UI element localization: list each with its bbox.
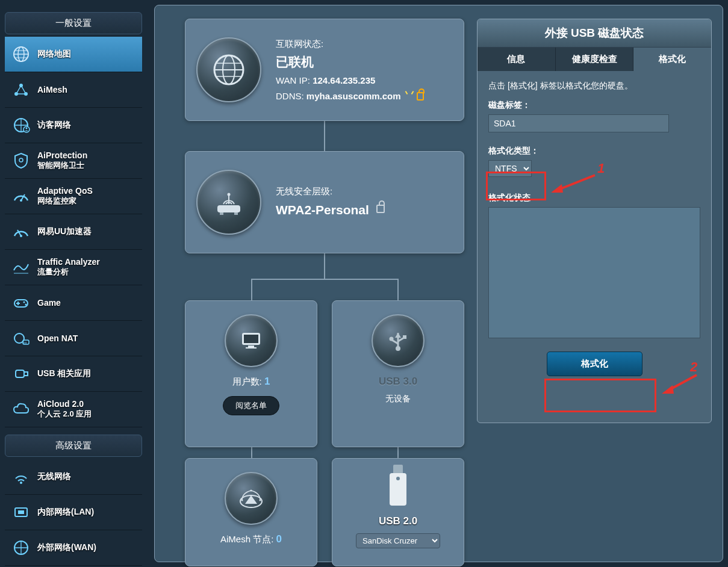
disk-label-input[interactable] xyxy=(488,114,669,132)
lock-icon xyxy=(376,205,385,213)
tab-format[interactable]: 格式化 xyxy=(633,48,711,71)
connector xyxy=(251,279,398,280)
svg-point-49 xyxy=(390,337,394,341)
aimesh-node-count: AiMesh 节点: 0 xyxy=(185,533,317,545)
sidebar-item-label: 内部网络(LAN) xyxy=(37,507,94,518)
usb2-title: USB 2.0 xyxy=(332,515,464,527)
usb-disk-panel: 外接 USB 磁盘状态 信息 健康度检查 格式化 点击 [格式化] 标签以格式化… xyxy=(477,19,712,423)
svg-rect-40 xyxy=(220,212,223,215)
sidebar-item-traffic-analyzer[interactable]: Traffic Analyzer 流量分析 xyxy=(5,250,142,285)
sidebar-item-aicloud[interactable]: AiCloud 2.0 个人云 2.0 应用 xyxy=(5,392,142,427)
connector xyxy=(397,279,399,300)
card-usb3[interactable]: USB 3.0 无设备 xyxy=(332,300,464,447)
sidebar-item-uu-accelerator[interactable]: 网易UU加速器 xyxy=(5,214,142,250)
svg-rect-43 xyxy=(244,335,258,343)
sidebar-item-guest-network[interactable]: 访客网络 xyxy=(5,108,142,143)
sidebar-item-label: Game xyxy=(37,298,61,308)
card-clients[interactable]: 用户数: 1 阅览名单 xyxy=(185,300,317,447)
sidebar-item-label: 网络地图 xyxy=(37,49,71,60)
card-wifi-security[interactable]: 无线安全层级: WPA2-Personal xyxy=(185,151,464,253)
wifi-icon xyxy=(11,466,31,487)
sidebar-item-adaptive-qos[interactable]: Adaptive QoS 网络监控家 xyxy=(5,179,142,214)
format-status-area xyxy=(488,207,700,338)
format-type-label: 格式化类型： xyxy=(488,146,700,156)
card-aimesh-node[interactable]: AiMesh 节点: 0 xyxy=(185,458,317,566)
sidebar-item-label: AiMesh xyxy=(37,85,67,94)
sidebar-item-usb-app[interactable]: USB 相关应用 xyxy=(5,356,142,392)
gauge-icon xyxy=(11,222,31,242)
sidebar-item-label: Adaptive QoS 网络监控家 xyxy=(37,186,93,206)
format-type-select[interactable]: NTFS xyxy=(488,160,532,177)
internet-status-text: 互联网状态: 已联机 WAN IP: 124.64.235.235 DDNS: … xyxy=(276,36,424,104)
usb-icon xyxy=(11,364,31,384)
sidebar: 一般设置 网络地图 AiMesh 访客网络 AiProtection 智能网络卫… xyxy=(5,0,142,566)
svg-rect-37 xyxy=(217,205,240,212)
view-client-list-button[interactable]: 阅览名单 xyxy=(223,396,279,415)
svg-point-5 xyxy=(19,84,23,87)
sidebar-item-label: 无线网络 xyxy=(37,471,71,482)
sidebar-item-aimesh[interactable]: AiMesh xyxy=(5,72,142,108)
sidebar-item-label: Traffic Analyzer 流量分析 xyxy=(37,257,100,277)
mesh-icon xyxy=(11,79,31,100)
aimesh-house-icon xyxy=(225,472,278,525)
usb3-title: USB 3.0 xyxy=(332,376,464,388)
svg-rect-26 xyxy=(16,370,24,377)
cloud-icon xyxy=(11,399,31,420)
nat-icon xyxy=(11,328,31,349)
format-hint: 点击 [格式化] 标签以格式化您的硬盘。 xyxy=(488,81,700,91)
svg-rect-45 xyxy=(246,347,257,349)
sidebar-item-game[interactable]: Game xyxy=(5,285,142,321)
annotation-number-2: 2 xyxy=(690,359,697,375)
ddns-rays-icon xyxy=(405,91,414,99)
sidebar-item-wireless[interactable]: 无线网络 xyxy=(5,459,142,495)
svg-point-13 xyxy=(20,199,22,202)
connector xyxy=(397,447,399,458)
traffic-icon xyxy=(11,257,31,277)
svg-point-10 xyxy=(26,128,28,129)
wifi-security-text: 无线安全层级: WPA2-Personal xyxy=(276,184,385,220)
gamepad-icon xyxy=(11,293,31,313)
usb2-device-select[interactable]: SanDisk Cruzer xyxy=(356,533,440,548)
router-icon xyxy=(196,170,261,235)
svg-point-15 xyxy=(20,235,22,237)
svg-point-28 xyxy=(20,482,22,484)
card-internet-status[interactable]: 互联网状态: 已联机 WAN IP: 124.64.235.235 DDNS: … xyxy=(185,19,464,121)
clients-count: 用户数: 1 xyxy=(185,376,317,388)
tab-row: 信息 健康度检查 格式化 xyxy=(478,48,711,71)
sidebar-item-open-nat[interactable]: Open NAT xyxy=(5,321,142,356)
sidebar-item-label: 访客网络 xyxy=(37,120,71,131)
connector xyxy=(324,121,325,151)
connector xyxy=(251,279,252,300)
sidebar-item-lan[interactable]: 内部网络(LAN) xyxy=(5,495,142,530)
tab-info[interactable]: 信息 xyxy=(478,48,556,71)
svg-rect-30 xyxy=(18,510,24,514)
sidebar-item-label: 网易UU加速器 xyxy=(37,226,92,237)
sidebar-item-label: 外部网络(WAN) xyxy=(37,542,96,553)
sidebar-item-label: USB 相关应用 xyxy=(37,368,91,379)
panel-title: 外接 USB 磁盘状态 xyxy=(478,19,711,48)
sidebar-item-label: Open NAT xyxy=(37,333,78,343)
main-content: 互联网状态: 已联机 WAN IP: 124.64.235.235 DDNS: … xyxy=(154,5,723,562)
card-usb2[interactable]: USB 2.0 SanDisk Cruzer xyxy=(332,458,464,566)
sidebar-item-label: AiProtection 智能网络卫士 xyxy=(37,150,87,171)
sidebar-item-network-map[interactable]: 网络地图 xyxy=(5,37,142,72)
connector xyxy=(251,447,252,458)
globe-icon xyxy=(11,44,31,64)
annotation-number-1: 1 xyxy=(597,161,605,176)
format-status-label: 格式化状态 xyxy=(488,193,700,203)
sidebar-item-aiprotection[interactable]: AiProtection 智能网络卫士 xyxy=(5,143,142,179)
svg-rect-48 xyxy=(403,335,406,339)
svg-rect-41 xyxy=(234,212,238,215)
format-button[interactable]: 格式化 xyxy=(547,352,642,376)
shield-icon xyxy=(11,150,31,171)
svg-point-39 xyxy=(228,193,231,196)
gauge-icon xyxy=(11,186,31,206)
globe-icon xyxy=(196,37,261,102)
guest-globe-icon xyxy=(11,115,31,135)
tab-health[interactable]: 健康度检查 xyxy=(556,48,634,71)
sidebar-item-wan[interactable]: 外部网络(WAN) xyxy=(5,530,142,566)
general-settings-header: 一般设置 xyxy=(5,12,142,34)
svg-point-21 xyxy=(25,304,27,306)
advanced-settings-header: 高级设置 xyxy=(5,435,142,457)
sidebar-item-label: AiCloud 2.0 个人云 2.0 应用 xyxy=(37,399,92,420)
